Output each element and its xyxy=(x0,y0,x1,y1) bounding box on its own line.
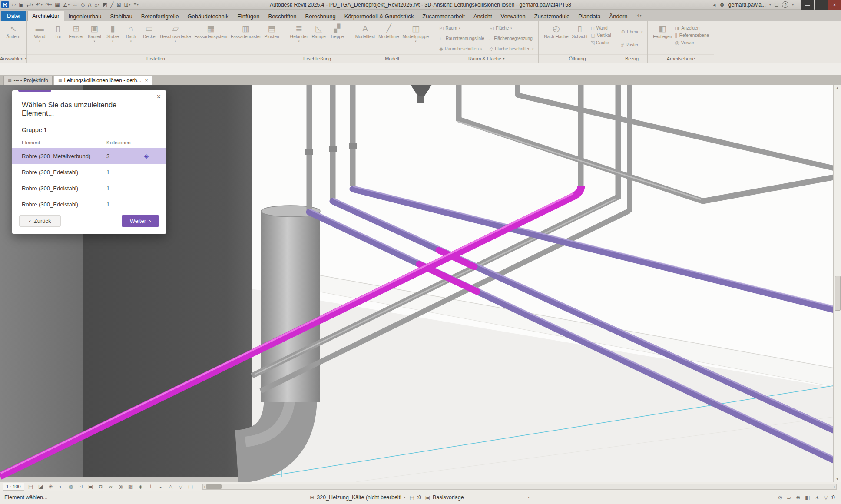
ribbon-button-viewer[interactable]: ◎Viewer xyxy=(674,40,710,46)
user-name[interactable]: gerhard.pawla... xyxy=(728,2,766,8)
ribbon-tab-zusatzmodule[interactable]: Zusatzmodule xyxy=(530,11,574,21)
print-button[interactable]: ▦ xyxy=(55,2,60,7)
ribbon-button-fläche-beschriften[interactable]: ◇Fläche beschriften▾ xyxy=(489,46,534,52)
ribbon-tab-beschriften[interactable]: Beschriften xyxy=(264,11,301,21)
scroll-right-icon[interactable]: ▸ xyxy=(834,484,836,490)
customize-quick-access-button[interactable]: ≡▾ xyxy=(133,2,139,7)
ribbon-button-treppe[interactable]: ▞Treppe xyxy=(328,23,346,40)
aligned-dimension-button[interactable]: ⇔ xyxy=(73,2,78,7)
ribbon-button-gaube[interactable]: ◹Gaube xyxy=(590,40,612,46)
panel-label-öffnung[interactable]: Öffnung xyxy=(539,54,616,63)
ribbon-button-raum[interactable]: ◰Raum▾ xyxy=(438,25,485,31)
ribbon-button-dach[interactable]: ⌂Dach▾ xyxy=(122,23,139,44)
editing-requests[interactable]: ▤ :0 xyxy=(409,494,421,501)
panel-label-erschließung[interactable]: Erschließung xyxy=(285,54,350,63)
vertical-scrollbar[interactable]: ▴ ▾ xyxy=(833,85,841,482)
hide-isolate-icon[interactable]: ∞ xyxy=(107,484,114,489)
close-hidden-windows-button[interactable]: ⊠ xyxy=(117,2,121,7)
sun-path-icon[interactable]: ☀ xyxy=(47,484,54,489)
displacement-icon[interactable]: ◈ xyxy=(137,484,144,489)
dialog-row-3[interactable]: Rohre (300_Edelstahl)1 xyxy=(12,196,166,212)
tag-by-category-button[interactable]: ◇ xyxy=(81,2,85,7)
ribbon-tab-berechnung[interactable]: Berechnung xyxy=(301,11,340,21)
panel-label-auswählen[interactable]: Auswählen▾ xyxy=(0,54,26,63)
ribbon-button-flächenbegrenzung[interactable]: ⌐Flächenbegrenzung xyxy=(489,36,534,41)
view-scale-control[interactable]: 1 : 100 xyxy=(3,483,24,491)
ribbon-button-ändern[interactable]: ↖Ändern xyxy=(5,23,22,40)
detail-level-icon[interactable]: ▤ xyxy=(27,484,34,489)
ribbon-tab-gebäudetechnik[interactable]: Gebäudetechnik xyxy=(183,11,233,21)
switch-windows-button[interactable]: ⊞▾ xyxy=(124,2,131,7)
panel-label-bezug[interactable]: Bezug xyxy=(616,54,647,63)
ribbon-button-bauteil[interactable]: ▣Bauteil▾ xyxy=(86,23,103,44)
filter-temp-icon[interactable]: ▽ xyxy=(177,484,184,489)
minimize-button[interactable]: — xyxy=(801,0,814,10)
constraints-icon[interactable]: ⊥ xyxy=(147,484,154,489)
ribbon-button-decke[interactable]: ▭Decke xyxy=(140,23,158,40)
scroll-down-icon[interactable]: ▾ xyxy=(834,477,841,481)
ribbon-button-tür[interactable]: ▯Tür xyxy=(49,23,66,40)
ribbon-button-pfosten[interactable]: ▤Pfosten xyxy=(263,23,281,40)
view-tab-close-icon[interactable]: × xyxy=(145,77,148,83)
reveal-hidden-icon[interactable]: ◎ xyxy=(117,484,124,489)
ribbon-button-geländer[interactable]: ≣Geländer▾ xyxy=(289,23,309,44)
ribbon-button-fenster[interactable]: ⊞Fenster xyxy=(67,23,85,40)
measure-button[interactable]: ∠▾ xyxy=(63,2,70,7)
ribbon-button-fassadenraster[interactable]: ▥Fassadenraster xyxy=(229,23,262,40)
panel-label-raum-fläche[interactable]: Raum & Fläche▾ xyxy=(434,54,538,63)
ribbon-button-referenzebene[interactable]: ∥Referenzebene xyxy=(674,33,710,38)
ribbon-button-geschossdecke[interactable]: ▱Geschossdecke▾ xyxy=(159,23,192,44)
redo-button[interactable]: ↷▾ xyxy=(46,2,52,7)
section-box-icon[interactable]: ▢ xyxy=(187,484,194,489)
ribbon-button-modellgruppe[interactable]: ◫Modellgruppe▾ xyxy=(401,23,430,44)
ribbon-button-modelltext[interactable]: AModelltext xyxy=(354,23,377,40)
user-avatar-icon[interactable]: ☻ xyxy=(719,1,725,8)
ribbon-button-raster[interactable]: #Raster xyxy=(620,43,639,48)
scroll-left-icon[interactable]: ◂ xyxy=(203,484,205,490)
drag-elements-icon[interactable]: ∗ xyxy=(815,495,819,500)
panel-label-modell[interactable]: Modell xyxy=(350,54,434,63)
visual-style-icon[interactable]: ◪ xyxy=(37,484,44,489)
ribbon-tab-stahlbau[interactable]: Stahlbau xyxy=(106,11,136,21)
ribbon-button-anzeigen[interactable]: ◨Anzeigen xyxy=(674,25,710,31)
ribbon-button-raumtrennungslinie[interactable]: ∟Raumtrennungslinie xyxy=(438,36,485,41)
close-button[interactable]: × xyxy=(828,0,841,10)
ribbon-tab-verwalten[interactable]: Verwalten xyxy=(497,11,530,21)
lock-view-icon[interactable]: ◘ xyxy=(97,484,104,489)
ribbon-tab-plandata[interactable]: Plandata xyxy=(574,11,605,21)
ribbon-tab-ingenieurbau[interactable]: Ingenieurbau xyxy=(64,11,106,21)
design-option-dropdown[interactable]: ▣ Basisvorlage ▾ xyxy=(425,494,530,501)
ribbon-tab-zusammenarbeit[interactable]: Zusammenarbeit xyxy=(418,11,469,21)
ribbon-button-vertikal[interactable]: ▢Vertikal xyxy=(590,33,612,38)
ribbon-tab-körpermodell-grundstück[interactable]: Körpermodell & Grundstück xyxy=(340,11,418,21)
ribbon-button-wand[interactable]: ◻Wand xyxy=(590,25,612,31)
selection-filter[interactable]: ▽ :0 xyxy=(824,494,835,501)
ribbon-button-nach-fläche[interactable]: ◴Nach Fläche xyxy=(543,23,569,40)
dialog-row-2[interactable]: Rohre (300_Edelstahl)1 xyxy=(12,180,166,196)
ribbon-button-rampe[interactable]: ◺Rampe xyxy=(310,23,328,40)
active-workset-dropdown[interactable]: ⊞ 320_Heizung_Kälte (nicht bearbeitl ▾ xyxy=(310,494,405,501)
text-note-button[interactable]: A xyxy=(88,2,91,7)
select-by-face-icon[interactable]: ◧ xyxy=(805,495,810,500)
crop-view-icon[interactable]: ⊡ xyxy=(77,484,84,489)
save-button[interactable]: ▣ xyxy=(19,2,23,7)
horizontal-scrollbar[interactable]: ◂ ▸ xyxy=(202,484,837,490)
cart-icon[interactable]: ⊟ xyxy=(774,2,778,7)
dialog-row-0[interactable]: Rohre (300_Metallverbund)3◈ xyxy=(12,148,166,164)
ribbon-tab-architektur[interactable]: Architektur xyxy=(27,11,64,21)
panel-label-erstellen[interactable]: Erstellen xyxy=(27,54,284,63)
ribbon-tab-ansicht[interactable]: Ansicht xyxy=(469,11,497,21)
window-nav-icon[interactable]: ◂ xyxy=(713,2,715,7)
analytical-icon[interactable]: △ xyxy=(167,484,174,489)
dialog-close-icon[interactable]: × xyxy=(157,93,161,100)
ribbon-button-fassadensystem[interactable]: ▦Fassadensystem xyxy=(193,23,229,40)
ribbon-tab-datei[interactable]: Datei xyxy=(1,11,26,21)
ribbon-button-modelllinie[interactable]: ╱Modelllinie xyxy=(377,23,400,40)
undo-button[interactable]: ↶▾ xyxy=(36,2,43,7)
next-button[interactable]: Weiter › xyxy=(122,215,159,227)
ribbon-button-festlegen[interactable]: ◧Festlegen xyxy=(652,23,673,40)
horizontal-scroll-thumb[interactable] xyxy=(206,484,222,489)
ribbon-display-toggle[interactable]: ⊡▾ xyxy=(636,13,642,18)
shadows-icon[interactable]: ◐ xyxy=(57,484,64,489)
maximize-button[interactable] xyxy=(815,0,828,10)
